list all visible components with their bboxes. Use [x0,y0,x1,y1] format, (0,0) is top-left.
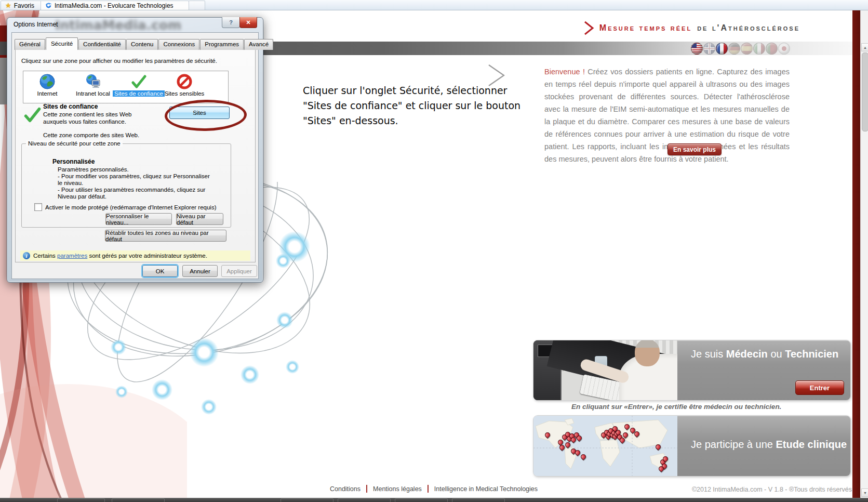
instruction-text: Cliquer sur l'onglet Sécurité, sélection… [303,83,527,128]
zone-item-2[interactable]: Sites de confiance [116,73,162,103]
tagline-rest: de l'Athérosclérose [697,23,800,33]
pt-flag-icon[interactable] [766,43,778,55]
chevron-right-icon [584,21,594,35]
zone-item-3[interactable]: Sites sensibles [162,73,207,103]
jp-flag-icon[interactable] [778,43,790,55]
trusted-zone-check-icon [23,105,42,124]
scroll-thumb[interactable] [862,52,868,131]
zone-label: Sites de confiance [113,90,165,97]
level-line: - Pour modifier vos paramètres, cliquez … [58,173,210,180]
copyright-text: ©2012 IntimaMedia.com - V 1.8 - ®Tous dr… [692,486,852,493]
dialog-tab-2[interactable]: Confidentialité [78,39,126,50]
scroll-up-button[interactable]: ▲ [861,43,868,51]
security-level-group: Niveau de sécurité pour cette zone Perso… [21,143,231,228]
protected-mode-label: Activer le mode protégé (redémarrage d'I… [45,204,216,210]
doctor-card[interactable]: Je suis Médecin ou Technicien Entrer [533,340,850,400]
footer-separator [428,485,429,493]
trusted-check-icon [130,73,147,90]
info-icon: i [23,252,30,259]
welcome-body: Créez vos dossiers patients en ligne. Ca… [544,68,790,163]
zone-label: Internet [36,90,59,97]
clinical-study-card[interactable]: Je participe à une Etude clinique [533,416,850,476]
dialog-tab-0[interactable]: Général [15,39,45,50]
clinical-card-title: Je participe à une Etude clinique [691,439,847,451]
fr-flag-icon[interactable] [716,43,728,55]
ie-icon [45,2,52,9]
footer-separator [366,485,367,493]
zone-hint: Cliquez sur une zone pour afficher ou mo… [21,58,217,64]
zone-item-0[interactable]: Internet [24,73,70,103]
apply-button: Appliquer [221,265,257,277]
it-flag-icon[interactable] [753,43,765,55]
admin-notice-text: Certains paramètres sont gérés par votre… [33,253,207,259]
sites-button[interactable]: Sites [169,107,230,119]
tagline-main: Mesure temps réel [599,23,692,33]
dialog-help-button[interactable]: ? [222,17,240,28]
favorites-tab-label: Favoris [14,2,34,9]
security-zones-list: InternetIntranet localSites de confiance… [23,71,229,103]
page-tab[interactable]: IntimaMedia.com - Evolucare Technologies [41,1,189,10]
level-line: - Pour utiliser les paramètres recommand… [58,187,210,193]
certify-caption: En cliquant sur «Entrer», je certifie êt… [571,403,781,411]
reset-all-zones-button[interactable]: Rétablir toutes les zones au niveau par … [105,230,226,242]
globe-icon [39,73,56,90]
de-flag-icon[interactable] [728,43,740,55]
intranet-icon [85,73,101,90]
page-logo-watermark: IntimaMedia.com [55,18,181,33]
protected-mode-checkbox[interactable] [34,203,42,211]
entrer-button[interactable]: Entrer [795,380,844,395]
page-scrollbar[interactable]: ▲ ▼ [860,10,868,502]
zone-item-1[interactable]: Intranet local [70,73,116,103]
dialog-body: GénéralSécuritéConfidentialitéContenuCon… [11,32,259,279]
security-level-group-title: Niveau de sécurité pour cette zone [26,140,123,147]
us-flag-icon[interactable] [691,43,703,55]
footer-link-1[interactable]: Mentions légales [373,485,422,493]
scroll-down-button[interactable]: ▼ [861,488,868,497]
level-line: Paramètres personnalisés. [58,166,210,173]
selected-zone-name: Sites de confiance [43,103,98,110]
dialog-tab-4[interactable]: Connexions [158,39,199,50]
default-level-button[interactable]: Niveau par défaut [176,213,223,225]
level-line: Niveau par défaut. [58,193,210,200]
zone-label: Intranet local [74,90,112,97]
new-tab-stub[interactable] [189,1,205,10]
favorites-tab[interactable]: ★ Favoris [1,1,42,10]
dialog-tab-5[interactable]: Programmes [200,39,244,50]
page-tab-label: IntimaMedia.com - Evolucare Technologies [55,2,173,9]
uk-flag-icon[interactable] [703,43,715,55]
es-flag-icon[interactable] [741,43,753,55]
dialog-tab-strip: GénéralSécuritéConfidentialitéContenuCon… [15,37,274,49]
dialog-title: Options Internet [14,21,58,28]
dialog-tab-3[interactable]: Contenu [126,39,158,50]
cancel-button[interactable]: Annuler [182,265,218,277]
protected-mode-row: Activer le mode protégé (redémarrage d'I… [34,203,216,211]
footer-links: ConditionsMentions légalesIntelligence i… [314,485,553,493]
selected-zone-description: Cette zone contient les sites Web auxque… [43,111,156,125]
restricted-icon [176,73,193,90]
learn-more-button[interactable]: En savoir plus [667,143,722,155]
dialog-tab-6[interactable]: Avancé [244,39,273,50]
security-tab-page: Cliquez sur une zone pour afficher ou mo… [15,48,256,262]
security-level-name: Personnalisée [52,158,95,165]
dialog-close-button[interactable]: ✕ [239,17,257,28]
parametres-link[interactable]: paramètres [57,253,87,259]
taskbar-sliver [0,498,868,502]
site-tagline: Mesure temps réel de l'Athérosclérose [584,21,800,35]
footer-link-2[interactable]: Intelligence in Medical Technologies [434,485,538,493]
dialog-tab-1[interactable]: Sécurité [46,37,78,50]
star-icon: ★ [5,2,11,9]
world-map [533,416,677,476]
language-flags [691,43,790,55]
footer-link-0[interactable]: Conditions [330,485,360,493]
doctor-photo [533,340,677,400]
level-line: le niveau. [58,180,210,187]
screen: ▲ ▼ ★ Favoris IntimaMedia.com - Evolucar… [0,0,868,502]
ok-button[interactable]: OK [142,265,178,277]
doctor-card-panel: Je suis Médecin ou Technicien Entrer [677,340,850,400]
doctor-card-title: Je suis Médecin ou Technicien [691,348,838,360]
internet-options-dialog: IntimaMedia.com Options Internet ? ✕ Gén… [7,17,263,283]
welcome-paragraph: Bienvenue ! Créez vos dossiers patients … [544,65,790,165]
security-level-description: Paramètres personnalisés.- Pour modifier… [58,166,210,200]
selected-zone-status: Cette zone comporte des sites Web. [43,132,139,138]
customize-level-button[interactable]: Personnaliser le niveau... [105,213,172,225]
